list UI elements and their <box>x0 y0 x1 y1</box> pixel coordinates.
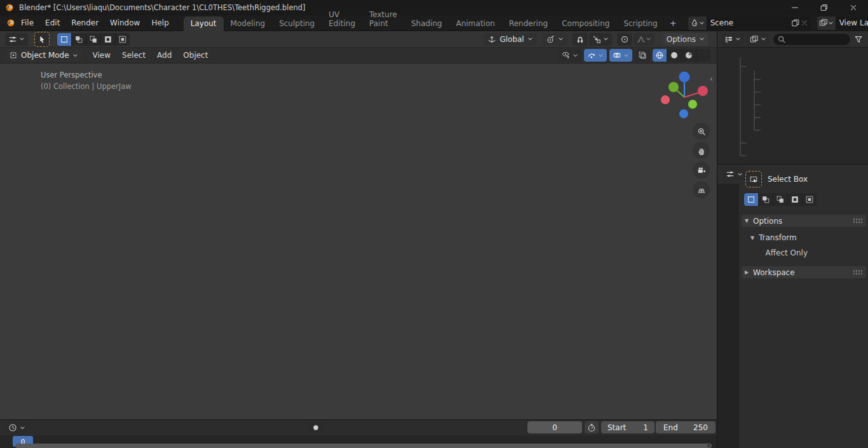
workspace-panel-header[interactable]: ▶ Workspace <box>742 266 866 278</box>
tab-uv-editing[interactable]: UV Editing <box>322 8 362 31</box>
chevron-down-icon <box>699 36 705 42</box>
outliner-filter-mode-dropdown[interactable] <box>747 33 770 46</box>
view-layer-browse-button[interactable] <box>817 17 836 30</box>
hierarchy-lines <box>717 48 868 164</box>
tab-sculpting[interactable]: Sculpting <box>272 17 322 31</box>
menu-edit[interactable]: Edit <box>39 15 65 31</box>
viewport-menu-select[interactable]: Select <box>116 48 151 64</box>
pan-nav-button[interactable] <box>693 142 710 159</box>
scene-copy-button[interactable] <box>791 18 800 27</box>
gizmo-y-axis[interactable] <box>668 82 679 92</box>
shading-solid-button[interactable] <box>667 49 682 62</box>
show-overlays-toggle[interactable] <box>609 49 632 62</box>
snap-toggle[interactable] <box>573 33 588 46</box>
menu-help[interactable]: Help <box>146 15 174 31</box>
mode-extend-button[interactable] <box>759 193 773 206</box>
mode-dropdown[interactable]: Object Mode <box>5 49 82 62</box>
snap-target-dropdown[interactable] <box>589 33 612 46</box>
panel-grip[interactable] <box>853 218 863 224</box>
tab-animation[interactable]: Animation <box>449 17 502 31</box>
mode-invert-button[interactable] <box>101 33 116 46</box>
tab-texture-paint[interactable]: Texture Paint <box>362 8 404 31</box>
cursor-arrow-icon <box>37 35 46 44</box>
tab-shading[interactable]: Shading <box>404 17 449 31</box>
mode-extend-button[interactable] <box>72 33 86 46</box>
mode-subtract-button[interactable] <box>86 33 101 46</box>
active-tool-indicator[interactable] <box>34 32 50 47</box>
frame-start-field[interactable]: Start1 <box>601 421 654 433</box>
timeline-editor-type-button[interactable] <box>5 421 29 434</box>
tab-rendering[interactable]: Rendering <box>502 17 555 31</box>
auto-keyframe-button[interactable] <box>585 421 599 433</box>
menu-window[interactable]: Window <box>104 15 146 31</box>
options-button[interactable]: Options <box>663 33 708 46</box>
pivot-dropdown[interactable] <box>542 33 567 46</box>
topbar: FileEditRenderWindowHelp LayoutModelingS… <box>0 15 868 31</box>
camera-view-button[interactable] <box>693 161 710 179</box>
tab-scripting[interactable]: Scripting <box>616 17 664 31</box>
outliner-search-input[interactable] <box>773 34 850 45</box>
frame-end-field[interactable]: End250 <box>656 421 715 433</box>
viewport-menu-view[interactable]: View <box>87 48 116 64</box>
scene-unlink-button[interactable] <box>800 18 809 27</box>
search-icon <box>777 35 786 44</box>
menu-render[interactable]: Render <box>65 15 104 31</box>
view-layer-name-field[interactable]: View Layer <box>836 17 868 30</box>
ortho-toggle-button[interactable] <box>693 181 710 198</box>
navigation-gizmo[interactable] <box>661 71 709 124</box>
active-tool-button[interactable] <box>745 171 762 187</box>
stopwatch-icon <box>587 423 596 432</box>
gizmo-x-neg[interactable] <box>661 95 670 104</box>
show-gizmo-toggle[interactable] <box>584 49 607 62</box>
gizmo-z-neg[interactable] <box>679 109 688 118</box>
scene-name-field[interactable]: Scene <box>707 17 789 30</box>
chevron-down-icon <box>761 36 766 42</box>
timeline-ruler[interactable]: 0 <box>0 435 717 448</box>
tab-compositing[interactable]: Compositing <box>555 17 616 31</box>
shading-material-button[interactable] <box>682 49 696 62</box>
options-panel-header[interactable]: ▼ Options <box>742 215 866 227</box>
zoom-nav-button[interactable] <box>693 123 710 140</box>
current-frame-field[interactable]: 0 <box>527 421 582 433</box>
tab-modeling[interactable]: Modeling <box>224 17 273 31</box>
add-workspace-button[interactable]: + <box>665 17 682 29</box>
gizmo-x-axis[interactable] <box>698 86 708 96</box>
tool-settings-menu[interactable] <box>5 33 28 46</box>
mode-intersect-button[interactable] <box>116 33 130 46</box>
blender-menu-icon[interactable] <box>6 18 15 27</box>
mode-subtract-button[interactable] <box>773 193 788 206</box>
mode-set-button[interactable] <box>57 33 72 46</box>
menu-file[interactable]: File <box>15 15 39 31</box>
viewport-menu-add[interactable]: Add <box>151 48 177 64</box>
mode-invert-button[interactable] <box>788 193 803 206</box>
scrollbar-knob[interactable] <box>707 444 710 447</box>
gizmo-y-neg[interactable] <box>688 100 697 109</box>
box-select-icon <box>749 175 758 184</box>
sidebar-collapse-arrow[interactable]: ‹ <box>710 74 713 83</box>
mode-set-button[interactable] <box>744 193 759 206</box>
tab-layout[interactable]: Layout <box>184 17 224 31</box>
panel-grip[interactable] <box>853 269 863 275</box>
transform-subpanel-header[interactable]: ▼ Transform <box>750 233 868 242</box>
filter-funnel-icon[interactable] <box>854 35 863 44</box>
xray-toggle[interactable] <box>635 49 650 62</box>
gizmo-z-axis[interactable] <box>679 72 690 83</box>
shading-rendered-button[interactable] <box>696 49 710 62</box>
outliner-display-mode-dropdown[interactable] <box>721 33 744 46</box>
viewport-canvas[interactable] <box>0 64 717 419</box>
timeline-scrollbar[interactable] <box>15 444 712 448</box>
restore-button[interactable] <box>810 0 839 15</box>
viewport-menu-object[interactable]: Object <box>177 48 214 64</box>
affect-only-label: Affect Only <box>739 248 808 257</box>
close-button[interactable] <box>839 0 868 15</box>
orientation-dropdown[interactable]: Global <box>484 33 536 46</box>
record-button[interactable] <box>306 421 325 434</box>
chevron-down-icon <box>623 53 629 58</box>
mode-intersect-button[interactable] <box>803 193 817 206</box>
scene-browse-button[interactable] <box>688 17 707 30</box>
object-visibility-dropdown[interactable] <box>559 49 581 62</box>
falloff-dropdown[interactable] <box>634 33 654 46</box>
minimize-button[interactable] <box>780 0 810 15</box>
shading-wireframe-button[interactable] <box>653 49 667 62</box>
proportional-edit-toggle[interactable] <box>617 33 632 46</box>
